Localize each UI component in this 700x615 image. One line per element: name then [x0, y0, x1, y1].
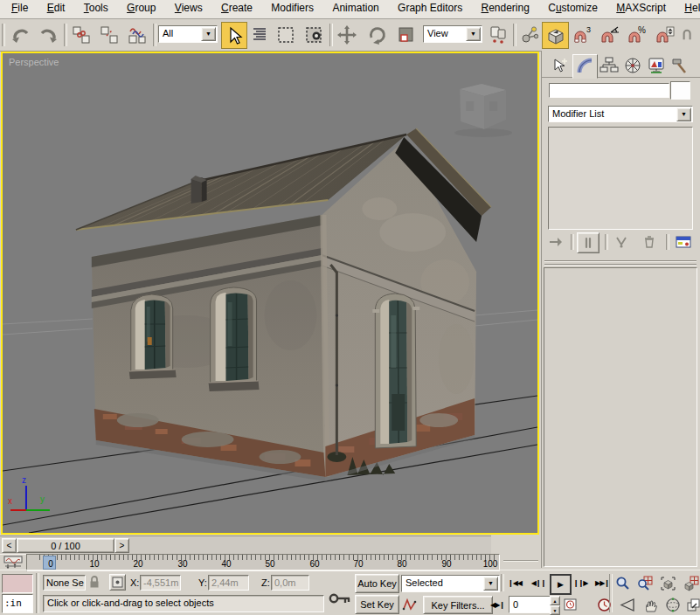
menu-views[interactable]: Views: [167, 0, 211, 17]
time-slider-track[interactable]: < 0 / 100 >: [0, 536, 491, 555]
arc-rotate-button[interactable]: [663, 597, 683, 612]
toolbar-clipped-button[interactable]: [682, 23, 700, 47]
modifier-stack-list[interactable]: [548, 127, 693, 230]
perspective-viewport[interactable]: z x y Perspective: [1, 52, 539, 535]
show-end-result-button[interactable]: [577, 232, 600, 253]
viewport-label[interactable]: Perspective: [9, 57, 59, 67]
open-mini-curve-editor-button[interactable]: [2, 555, 24, 570]
previous-key-button[interactable]: ◀❙❙: [530, 576, 547, 591]
x-coord-field[interactable]: -4,551m: [140, 575, 181, 591]
tab-modify[interactable]: [572, 54, 598, 79]
zoom-extents-all-button[interactable]: [682, 575, 700, 591]
play-button[interactable]: ▶: [550, 574, 572, 595]
frame-spinner-down-icon[interactable]: ▼: [550, 605, 560, 615]
absolute-mode-toggle[interactable]: [109, 574, 126, 591]
select-object-button[interactable]: [221, 22, 247, 49]
mini-listener-pane[interactable]: :in: [2, 594, 33, 613]
auto-key-button[interactable]: Auto Key: [355, 574, 399, 593]
select-and-scale-button[interactable]: [394, 23, 419, 47]
tab-utilities[interactable]: [668, 54, 691, 76]
coord-system-arrow-icon[interactable]: ▼: [466, 27, 481, 41]
object-color-swatch[interactable]: [670, 81, 690, 100]
pan-button[interactable]: [641, 597, 661, 612]
tab-create[interactable]: [548, 54, 572, 76]
set-keys-button[interactable]: [328, 586, 352, 611]
spinner-snap-toggle-button[interactable]: [653, 23, 677, 47]
key-mode-dropdown[interactable]: Selected ▼: [401, 575, 500, 592]
snaps-toggle-button[interactable]: [542, 22, 569, 49]
key-filters-button[interactable]: Key Filters...: [423, 596, 493, 614]
menu-tools[interactable]: Tools: [76, 0, 116, 17]
status-separator: [36, 573, 39, 613]
select-and-link-button[interactable]: [69, 23, 94, 47]
prompt-line: Click or click-and-drag to select object…: [43, 595, 324, 612]
y-coord-field[interactable]: 2,44m: [208, 575, 249, 591]
selection-lock-toggle[interactable]: [87, 574, 101, 590]
remove-modifier-button[interactable]: [640, 233, 659, 251]
object-name-field[interactable]: [549, 83, 669, 98]
use-pivot-point-center-button[interactable]: [486, 23, 510, 47]
percent-snap-toggle-button[interactable]: %: [625, 23, 649, 47]
go-to-start-button[interactable]: ❙◀◀: [505, 576, 524, 591]
menu-animation[interactable]: Animation: [324, 0, 386, 17]
menu-customize[interactable]: Customize: [540, 0, 606, 17]
tab-display[interactable]: [644, 54, 668, 76]
frame-spinner-up-icon[interactable]: ▲: [550, 596, 560, 605]
pin-stack-button[interactable]: [546, 233, 565, 251]
viewport-canvas[interactable]: z x y: [3, 53, 537, 533]
macro-recorder-pane[interactable]: [2, 574, 33, 593]
selection-filter-arrow-icon[interactable]: ▼: [201, 27, 216, 41]
bind-to-space-warp-button[interactable]: [125, 23, 149, 47]
zoom-button[interactable]: [613, 575, 632, 591]
trackbar-splitter[interactable]: [503, 560, 538, 562]
menu-rendering[interactable]: Rendering: [474, 0, 537, 17]
time-slider-handle[interactable]: 0 / 100: [17, 538, 114, 553]
min-max-toggle-button[interactable]: [685, 597, 700, 612]
key-mode-toggle-button[interactable]: ◀▶❙: [489, 598, 505, 612]
rollout-area[interactable]: [544, 267, 697, 567]
zoom-extents-button[interactable]: [658, 575, 678, 591]
frame-spinner[interactable]: ▲ ▼: [550, 596, 558, 613]
next-key-button[interactable]: ❙❙▶: [572, 576, 589, 591]
select-and-move-button[interactable]: [335, 23, 359, 47]
selection-filter-dropdown[interactable]: All ▼: [158, 25, 218, 43]
snap-3d-toggle-button[interactable]: 3: [570, 23, 594, 47]
zoom-all-button[interactable]: [635, 575, 655, 591]
menu-maxscript[interactable]: MAXScript: [608, 0, 674, 17]
time-configuration-button[interactable]: [563, 597, 579, 612]
tab-hierarchy[interactable]: [597, 54, 620, 76]
next-frame-button[interactable]: >: [114, 538, 129, 553]
menu-create[interactable]: Create: [213, 0, 260, 17]
window-crossing-toggle-button[interactable]: [301, 23, 326, 47]
toolbar-grip[interactable]: [2, 24, 5, 46]
reference-coordinate-dropdown[interactable]: View ▼: [423, 25, 482, 43]
make-unique-button[interactable]: [612, 233, 631, 251]
modifier-list-dropdown[interactable]: Modifier List ▼: [548, 106, 693, 122]
key-mode-arrow-icon[interactable]: ▼: [483, 577, 498, 591]
redo-button[interactable]: [36, 23, 60, 47]
select-and-rotate-button[interactable]: [364, 23, 389, 47]
menu-file[interactable]: File: [3, 0, 36, 17]
select-by-name-button[interactable]: [248, 23, 271, 47]
previous-frame-button[interactable]: <: [2, 538, 17, 553]
menu-graph-editors[interactable]: Graph Editors: [390, 0, 470, 17]
undo-button[interactable]: [9, 23, 33, 47]
select-and-manipulate-button[interactable]: [517, 23, 540, 47]
configure-modifier-sets-button[interactable]: [673, 233, 694, 251]
field-of-view-button[interactable]: [618, 597, 637, 612]
z-coord-field[interactable]: 0,0m: [271, 575, 309, 591]
menu-modifiers[interactable]: Modifiers: [263, 0, 322, 17]
track-bar[interactable]: 0 10 20 30 40 50 60 70 80 90 100: [26, 554, 500, 571]
angle-snap-toggle-button[interactable]: [598, 23, 622, 47]
rectangular-selection-region-button[interactable]: [274, 23, 298, 47]
menu-edit[interactable]: Edit: [39, 0, 73, 17]
modifier-list-arrow-icon[interactable]: ▼: [676, 107, 691, 121]
menu-help[interactable]: Help: [676, 0, 700, 17]
menu-group[interactable]: Group: [119, 0, 163, 17]
unlink-selection-button[interactable]: [97, 23, 121, 47]
tab-motion[interactable]: [620, 54, 644, 76]
toolbar-separator: [329, 24, 333, 46]
default-tangents-button[interactable]: [401, 596, 419, 612]
set-key-button[interactable]: Set Key: [355, 595, 399, 614]
current-frame-field[interactable]: 0: [509, 596, 551, 613]
